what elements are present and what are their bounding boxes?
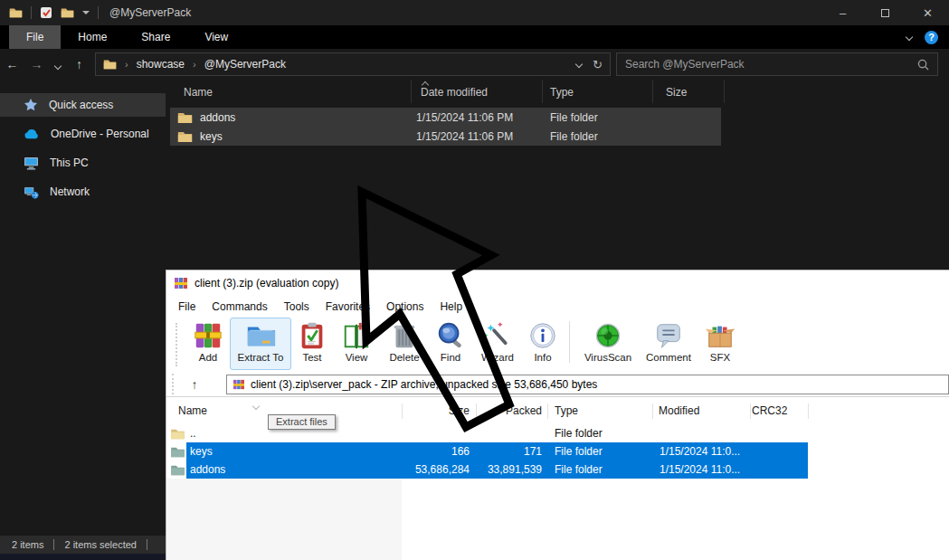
folder-icon [177, 130, 193, 143]
menu-options[interactable]: Options [378, 300, 432, 313]
breadcrumb-separator: › [125, 59, 128, 70]
sidebar-item-network[interactable]: Network [0, 180, 166, 204]
file-row-addons[interactable]: addons 1/15/2024 11:06 PM File folder [170, 108, 721, 127]
button-label: Test [302, 352, 321, 363]
info-icon [527, 320, 558, 351]
menu-help[interactable]: Help [432, 300, 470, 313]
column-divider[interactable] [476, 403, 477, 419]
column-header-name[interactable]: Name [178, 399, 207, 422]
breadcrumb-item-myserverpack[interactable]: @MyServerPack [204, 58, 286, 71]
extract-to-icon [245, 320, 276, 351]
column-header-size[interactable]: Size [402, 399, 470, 422]
close-button[interactable]: ✕ [906, 0, 949, 25]
view-button[interactable]: View [333, 318, 380, 370]
column-header-crc32[interactable]: CRC32 [752, 399, 787, 422]
column-divider[interactable] [750, 403, 751, 419]
breadcrumb-item-showcase[interactable]: showcase [137, 58, 185, 71]
recent-locations-icon[interactable] [49, 57, 67, 71]
add-button[interactable]: Add [186, 318, 230, 370]
properties-check-icon[interactable] [40, 6, 52, 19]
extract-to-button[interactable]: Extract To [230, 318, 291, 370]
breadcrumb-separator: › [193, 59, 196, 70]
archive-row-keys[interactable]: keys 166 171 File folder 1/15/2024 11:0.… [166, 442, 949, 460]
sidebar-label: This PC [50, 157, 89, 169]
new-folder-icon[interactable] [61, 7, 74, 18]
column-header-type[interactable]: Type [543, 80, 653, 103]
address-gripper[interactable] [172, 374, 178, 394]
column-divider[interactable] [808, 403, 809, 419]
navigation-bar: ← → ↑ › showcase › @MyServerPack ↻ Searc… [0, 49, 949, 80]
button-label: Find [441, 352, 460, 363]
file-row-keys[interactable]: keys 1/15/2024 11:06 PM File folder [170, 127, 721, 146]
column-header-type[interactable]: Type [555, 399, 578, 422]
search-icon[interactable] [917, 59, 929, 71]
help-icon[interactable]: ? [925, 31, 938, 44]
wizard-button[interactable]: Wizard [472, 318, 523, 370]
sorted-column-shade [166, 479, 402, 560]
titlebar-divider [98, 6, 99, 19]
column-header-modified[interactable]: Date modified [412, 80, 543, 103]
menu-commands[interactable]: Commands [204, 300, 275, 313]
winrar-window-title: client (3).zip (evaluation copy) [195, 277, 338, 289]
forward-button[interactable]: → [24, 57, 49, 71]
button-label: Extract To [238, 352, 284, 363]
search-input[interactable]: Search @MyServerPack [616, 52, 938, 76]
add-icon [193, 320, 223, 351]
menu-file[interactable]: File [170, 300, 204, 313]
status-divider [53, 539, 54, 550]
sort-indicator-icon [253, 403, 259, 409]
tab-view[interactable]: View [187, 25, 245, 49]
menu-tools[interactable]: Tools [276, 300, 318, 313]
column-divider[interactable] [547, 403, 548, 419]
archive-item-name: .. [190, 424, 196, 442]
winrar-toolbar: Add Extract To Test View Delete Find Wiz… [166, 318, 949, 372]
address-dropdown-icon[interactable] [575, 61, 583, 68]
info-button[interactable]: Info [523, 318, 563, 370]
ribbon-expand-icon[interactable] [906, 33, 913, 41]
sfx-button[interactable]: SFX [698, 318, 743, 370]
qat-dropdown-icon[interactable] [82, 11, 90, 14]
menu-favorites[interactable]: Favorites [318, 300, 378, 313]
minimize-button[interactable]: – [821, 0, 864, 25]
column-divider[interactable] [402, 403, 403, 419]
column-divider[interactable] [652, 403, 653, 419]
sidebar-item-quick-access[interactable]: Quick access [0, 93, 166, 117]
window-bottom-edge [0, 554, 166, 560]
refresh-icon[interactable]: ↻ [593, 58, 603, 71]
status-selected-count: 2 items selected [64, 539, 136, 550]
maximize-button[interactable] [864, 0, 906, 25]
file-modified: 1/15/2024 11:06 PM [412, 111, 543, 124]
breadcrumb-folder-icon [103, 59, 117, 70]
explorer-file-list: Name Date modified Type Size addons 1/15… [166, 80, 949, 270]
archive-address-combo[interactable]: client (3).zip\server_pack - ZIP archive… [226, 375, 949, 394]
column-header-size[interactable]: Size [653, 80, 725, 103]
sidebar-item-onedrive[interactable]: OneDrive - Personal [0, 122, 166, 146]
up-button[interactable]: ↑ [67, 57, 91, 71]
address-bar[interactable]: › showcase › @MyServerPack ↻ [95, 52, 611, 76]
archive-row-addons[interactable]: addons 53,686,284 33,891,539 File folder… [166, 460, 949, 479]
delete-button[interactable]: Delete [380, 318, 429, 370]
column-header-name[interactable]: Name [166, 80, 412, 103]
test-button[interactable]: Test [291, 318, 333, 370]
toolbar-separator [569, 321, 570, 363]
toolbar-gripper[interactable] [176, 323, 182, 366]
file-name: addons [200, 111, 235, 124]
winrar-titlebar[interactable]: client (3).zip (evaluation copy) [166, 271, 949, 296]
sidebar-label: OneDrive - Personal [51, 128, 149, 140]
column-header-modified[interactable]: Modified [659, 399, 699, 422]
explorer-status-bar: 2 items 2 items selected [0, 536, 166, 554]
archive-item-modified: 1/15/2024 11:0... [660, 460, 740, 479]
tab-file[interactable]: File [9, 25, 61, 49]
winrar-logo-icon [233, 379, 245, 390]
virusscan-button[interactable]: VirusScan [576, 318, 640, 370]
sidebar-item-this-pc[interactable]: This PC [0, 151, 166, 175]
winrar-address-row: ↑ client (3).zip\server_pack - ZIP archi… [166, 372, 949, 396]
comment-button[interactable]: Comment [640, 318, 698, 370]
column-header-packed[interactable]: Packed [476, 399, 542, 422]
back-button[interactable]: ← [0, 57, 24, 71]
app-folder-icon [9, 7, 23, 18]
tab-home[interactable]: Home [61, 25, 124, 49]
up-one-level-button[interactable]: ↑ [183, 375, 206, 394]
find-button[interactable]: Find [429, 318, 472, 370]
tab-share[interactable]: Share [124, 25, 187, 49]
